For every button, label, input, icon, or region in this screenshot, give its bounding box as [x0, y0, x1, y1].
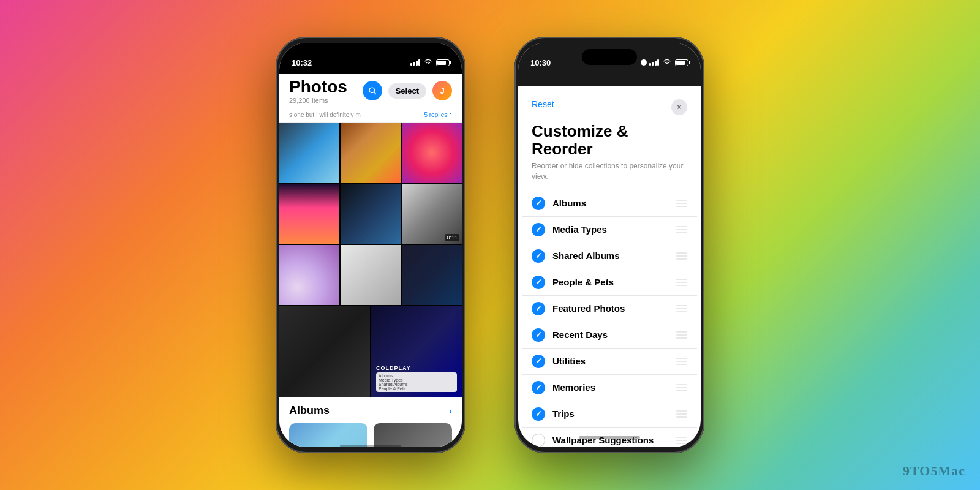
drag-handle-3[interactable]	[676, 279, 687, 286]
modal-sheet: Reset × Customize &Reorder Reorder or hi…	[522, 89, 697, 447]
drag-handle-1[interactable]	[676, 226, 687, 233]
collection-list: ✓ Albums ✓ Media Types ✓ Shared Albums	[522, 186, 697, 447]
check-circle-3[interactable]: ✓	[532, 276, 545, 289]
home-indicator-2	[579, 436, 640, 439]
check-circle-1[interactable]: ✓	[532, 223, 545, 236]
photo-cell-8[interactable]	[341, 245, 401, 305]
photos-nav-actions: Select J	[363, 81, 452, 100]
drag-handle-6[interactable]	[676, 358, 687, 365]
dynamic-island-1	[343, 49, 398, 65]
concert-row: COLDPLAY Albums Media Types Shared Album…	[279, 306, 462, 397]
phone2-bg-top	[518, 74, 701, 86]
check-circle-0[interactable]: ✓	[532, 197, 545, 210]
photos-item-count: 29,206 Items	[289, 97, 347, 104]
message-strip: s one but I will definitely m 5 replies …	[279, 109, 462, 123]
collection-name-4: Featured Photos	[552, 303, 669, 314]
collection-item-8[interactable]: ✓ Trips	[522, 401, 697, 428]
signal-icon	[410, 59, 421, 66]
home-indicator-1	[340, 445, 401, 447]
photo-cell-4[interactable]	[279, 184, 339, 244]
photo-cell-6[interactable]: 0:11	[402, 184, 462, 244]
check-circle-2[interactable]: ✓	[532, 249, 545, 263]
time-2: 10:30	[530, 58, 551, 67]
photo-cell-5[interactable]	[341, 184, 401, 244]
check-circle-6[interactable]: ✓	[532, 355, 545, 368]
wifi-icon-2	[663, 58, 671, 67]
album-thumb-1	[374, 423, 452, 447]
collection-name-0: Albums	[552, 198, 669, 208]
select-button[interactable]: Select	[388, 83, 426, 99]
status-icons-2	[641, 58, 689, 67]
check-circle-7[interactable]: ✓	[532, 381, 545, 394]
svg-line-1	[374, 92, 376, 94]
photo-cell-1[interactable]	[279, 123, 339, 183]
search-button[interactable]	[363, 81, 382, 100]
phone-2: 10:30	[514, 37, 704, 453]
photo-cell-2[interactable]	[341, 123, 401, 183]
photo-grid: 0:11	[279, 123, 462, 305]
drag-handle-9[interactable]	[676, 437, 687, 444]
collection-item-0[interactable]: ✓ Albums	[522, 190, 697, 217]
collection-name-1: Media Types	[552, 224, 669, 235]
message-text: s one but I will definitely m	[289, 111, 361, 118]
photos-title-area: Photos 29,206 Items	[289, 78, 347, 104]
collection-name-8: Trips	[552, 409, 669, 419]
collection-name-5: Recent Days	[552, 330, 669, 340]
modal-header: Reset ×	[522, 89, 697, 120]
albums-section: Albums › Vision Pro 17 Mom a	[279, 397, 462, 447]
collection-name-6: Utilities	[552, 356, 669, 366]
collection-item-7[interactable]: ✓ Memories	[522, 375, 697, 401]
photo-cell-10[interactable]	[279, 306, 370, 397]
drag-handle-4[interactable]	[676, 305, 687, 312]
collection-item-3[interactable]: ✓ People & Pets	[522, 270, 697, 296]
drag-handle-0[interactable]	[676, 200, 687, 207]
drag-handle-2[interactable]	[676, 252, 687, 260]
photo-cell-7[interactable]	[279, 245, 339, 305]
phone-1: 10:32	[276, 37, 466, 453]
collection-item-4[interactable]: ✓ Featured Photos	[522, 296, 697, 322]
battery-icon	[436, 59, 450, 66]
watermark: 9TO5Mac	[903, 463, 965, 479]
album-thumb-0	[289, 423, 368, 447]
drag-handle-7[interactable]	[676, 384, 687, 391]
check-circle-8[interactable]: ✓	[532, 407, 545, 421]
status-icons-1	[410, 58, 450, 67]
check-circle-4[interactable]: ✓	[532, 302, 545, 315]
check-circle-5[interactable]: ✓	[532, 328, 545, 342]
photo-cell-9[interactable]	[402, 245, 462, 305]
phone-2-screen: 10:30	[518, 43, 701, 447]
user-avatar[interactable]: J	[432, 81, 452, 100]
album-card-0[interactable]: Vision Pro 17	[289, 423, 368, 447]
replies-indicator: 5 replies ˅	[424, 111, 452, 118]
albums-header: Albums ›	[289, 404, 452, 417]
collection-item-5[interactable]: ✓ Recent Days	[522, 322, 697, 349]
drag-handle-8[interactable]	[676, 410, 687, 418]
modal-title-area: Customize &Reorder Reorder or hide colle…	[522, 120, 697, 186]
albums-arrow[interactable]: ›	[449, 406, 452, 416]
photo-cell-3[interactable]	[402, 123, 462, 183]
albums-label: Albums	[289, 404, 330, 417]
wifi-icon	[424, 58, 432, 67]
close-button[interactable]: ×	[671, 99, 687, 115]
photo-cell-11[interactable]: COLDPLAY Albums Media Types Shared Album…	[371, 306, 462, 397]
collection-name-2: Shared Albums	[552, 251, 669, 261]
collection-item-1[interactable]: ✓ Media Types	[522, 217, 697, 243]
modal-title: Customize &Reorder	[532, 123, 687, 157]
photos-title: Photos	[289, 78, 347, 96]
drag-handle-5[interactable]	[676, 331, 687, 339]
collection-name-7: Memories	[552, 382, 669, 393]
collection-item-2[interactable]: ✓ Shared Albums	[522, 243, 697, 270]
photos-nav: Photos 29,206 Items Select J	[279, 74, 462, 109]
dynamic-island-2	[582, 49, 637, 65]
signal-icon-2	[649, 59, 660, 66]
camera-icon	[641, 59, 647, 66]
collection-name-3: People & Pets	[552, 277, 669, 287]
phone-1-screen: 10:32	[279, 43, 462, 447]
time-1: 10:32	[292, 58, 312, 67]
modal-subtitle: Reorder or hide collections to personali…	[532, 161, 687, 182]
collection-item-6[interactable]: ✓ Utilities	[522, 349, 697, 375]
reset-button[interactable]: Reset	[532, 99, 554, 109]
check-circle-9[interactable]	[532, 434, 545, 447]
album-card-1[interactable]: Mom a 37	[374, 423, 452, 447]
album-row-1: Vision Pro 17 Mom a 37	[289, 423, 452, 447]
